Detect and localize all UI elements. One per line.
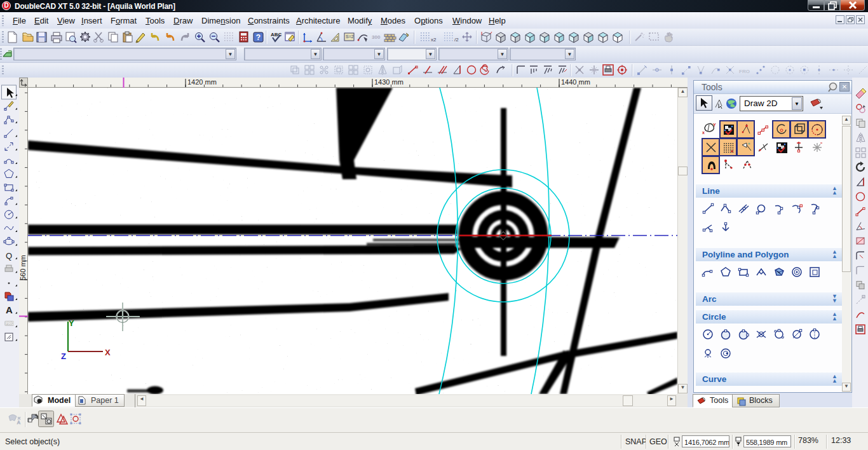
svg-text:560 mm: 560 mm: [19, 255, 27, 280]
svg-text:X: X: [105, 348, 111, 357]
svg-text:S=2: S=2: [346, 34, 354, 39]
svg-text:x: x: [702, 130, 705, 135]
svg-text:300: 300: [372, 34, 381, 40]
svg-text:A: A: [6, 304, 13, 315]
svg-text:/2: /2: [454, 37, 459, 43]
svg-text:1430 mm: 1430 mm: [374, 78, 403, 86]
svg-text:Z: Z: [61, 351, 66, 361]
svg-text:?: ?: [256, 33, 261, 42]
svg-text:x2: x2: [431, 37, 437, 43]
svg-text:Y: Y: [69, 318, 74, 328]
svg-text:ABC: ABC: [271, 32, 282, 38]
svg-text:Y: Y: [713, 123, 716, 127]
svg-text:1420 mm: 1420 mm: [187, 78, 217, 86]
svg-text:FRO: FRO: [739, 69, 750, 74]
svg-text:PRO: PRO: [6, 321, 15, 325]
svg-text:1440 mm: 1440 mm: [561, 78, 590, 86]
svg-text:A: A: [17, 420, 20, 425]
svg-text:Q: Q: [6, 251, 12, 261]
